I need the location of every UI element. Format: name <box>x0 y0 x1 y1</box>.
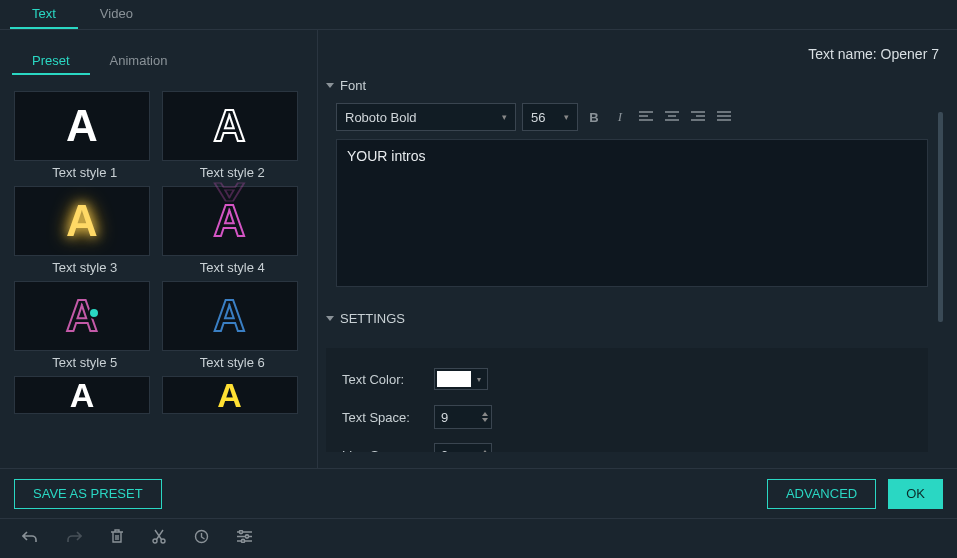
text-space-input[interactable]: 9 <box>434 405 492 429</box>
chevron-down-icon: ▾ <box>502 112 507 122</box>
line-space-value: 0 <box>441 448 448 453</box>
spinner-icon[interactable] <box>482 450 488 452</box>
align-right-button[interactable] <box>688 107 708 127</box>
text-space-value: 9 <box>441 410 448 425</box>
preset-label: Text style 3 <box>14 260 156 275</box>
scrollbar-thumb[interactable] <box>938 112 943 322</box>
preset-label: Text style 4 <box>162 260 304 275</box>
spinner-icon[interactable] <box>482 412 488 422</box>
preset-panel: Preset Animation A Text style 1 A Text s… <box>0 30 318 468</box>
clock-icon[interactable] <box>194 529 209 544</box>
preset-1[interactable]: A Text style 1 <box>14 91 156 180</box>
bottom-toolbar <box>0 518 957 554</box>
redo-icon[interactable] <box>66 530 82 544</box>
preset-4[interactable]: AA Text style 4 <box>162 186 304 275</box>
section-settings-label: SETTINGS <box>340 311 405 326</box>
align-center-button[interactable] <box>662 107 682 127</box>
ok-button[interactable]: OK <box>888 479 943 509</box>
align-justify-button[interactable] <box>714 107 734 127</box>
preset-6[interactable]: A Text style 6 <box>162 281 304 370</box>
save-as-preset-button[interactable]: SAVE AS PRESET <box>14 479 162 509</box>
font-size-value: 56 <box>531 110 545 125</box>
delete-icon[interactable] <box>110 529 124 544</box>
line-space-label: Line Space: <box>342 448 434 453</box>
preset-2[interactable]: A Text style 2 <box>162 91 304 180</box>
line-space-input[interactable]: 0 <box>434 443 492 452</box>
color-swatch-inner <box>437 371 471 387</box>
chevron-down-icon <box>326 316 334 321</box>
sliders-icon[interactable] <box>237 530 252 543</box>
preset-label: Text style 1 <box>14 165 156 180</box>
preset-label: Text style 6 <box>162 355 304 370</box>
font-family-select[interactable]: Roboto Bold ▾ <box>336 103 516 131</box>
text-content-input[interactable]: YOUR intros <box>336 139 928 287</box>
scrollbar[interactable] <box>937 112 943 392</box>
text-color-picker[interactable]: ▾ <box>434 368 488 390</box>
bold-button[interactable]: B <box>584 107 604 127</box>
section-settings[interactable]: SETTINGS <box>318 305 943 332</box>
chevron-down-icon: ▾ <box>564 112 569 122</box>
preset-8[interactable]: A <box>162 376 304 414</box>
svg-point-12 <box>153 539 157 543</box>
preset-3[interactable]: A Text style 3 <box>14 186 156 275</box>
tab-video[interactable]: Video <box>78 0 155 29</box>
italic-button[interactable]: I <box>610 107 630 127</box>
svg-point-17 <box>241 539 244 542</box>
text-color-label: Text Color: <box>342 372 434 387</box>
section-font-label: Font <box>340 78 366 93</box>
subtab-animation[interactable]: Animation <box>90 48 188 75</box>
svg-point-13 <box>161 539 165 543</box>
editor-panel: Text name: Opener 7 Font Roboto Bold ▾ 5… <box>318 30 957 468</box>
text-space-label: Text Space: <box>342 410 434 425</box>
subtab-preset[interactable]: Preset <box>12 48 90 75</box>
align-left-button[interactable] <box>636 107 656 127</box>
preset-label: Text style 5 <box>14 355 156 370</box>
cut-icon[interactable] <box>152 529 166 544</box>
undo-icon[interactable] <box>22 530 38 544</box>
chevron-down-icon: ▾ <box>477 375 481 384</box>
text-name-label: Text name: Opener 7 <box>318 40 943 72</box>
font-family-value: Roboto Bold <box>345 110 417 125</box>
section-font[interactable]: Font <box>318 72 943 99</box>
tab-text[interactable]: Text <box>10 0 78 29</box>
chevron-down-icon <box>326 83 334 88</box>
svg-point-16 <box>245 535 248 538</box>
preset-5[interactable]: A Text style 5 <box>14 281 156 370</box>
preset-7[interactable]: A <box>14 376 156 414</box>
advanced-button[interactable]: ADVANCED <box>767 479 876 509</box>
font-size-select[interactable]: 56 ▾ <box>522 103 578 131</box>
svg-point-15 <box>239 530 242 533</box>
